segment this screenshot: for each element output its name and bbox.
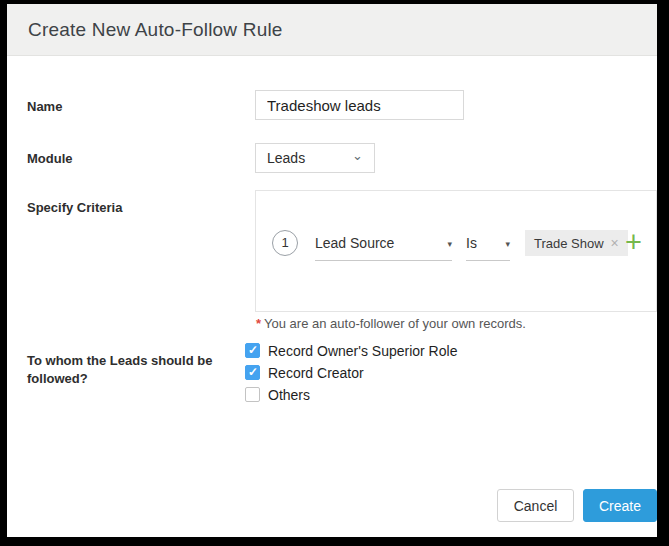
checkbox-label: Others <box>268 387 310 403</box>
criteria-row-number-badge: 1 <box>272 230 298 256</box>
criteria-value-chip[interactable]: Trade Show × <box>525 230 628 256</box>
module-select[interactable]: Leads ⌄ <box>255 143 375 173</box>
name-input[interactable] <box>255 90 464 120</box>
name-label: Name <box>27 99 62 114</box>
auto-follow-note: *You are an auto-follower of your own re… <box>256 316 526 331</box>
add-criteria-icon[interactable]: + <box>625 227 642 257</box>
criteria-field-dropdown[interactable]: Lead Source ▾ <box>315 235 452 261</box>
criteria-value-chip-label: Trade Show <box>534 236 604 251</box>
create-button[interactable]: Create <box>583 489 657 522</box>
follow-option-record-owners-superior-role[interactable]: Record Owner's Superior Role <box>245 343 457 358</box>
criteria-label: Specify Criteria <box>27 200 122 215</box>
checkbox-label: Record Owner's Superior Role <box>268 343 457 359</box>
caret-down-icon: ▾ <box>505 239 510 249</box>
follow-label: To whom the Leads should be followed? <box>27 352 247 388</box>
checkbox-label: Record Creator <box>268 365 364 381</box>
required-asterisk: * <box>256 316 261 331</box>
auto-follow-note-text: You are an auto-follower of your own rec… <box>264 316 526 331</box>
module-select-value: Leads <box>267 150 305 166</box>
create-auto-follow-rule-dialog: Create New Auto-Follow Rule Name Module … <box>7 4 657 537</box>
checkbox-record-creator[interactable] <box>245 365 260 380</box>
dialog-title: Create New Auto-Follow Rule <box>28 19 283 41</box>
follow-option-others[interactable]: Others <box>245 387 457 402</box>
cancel-button[interactable]: Cancel <box>497 489 574 522</box>
module-label: Module <box>27 151 73 166</box>
chevron-down-icon: ⌄ <box>352 151 363 161</box>
close-icon[interactable]: × <box>611 236 619 250</box>
criteria-operator-value: Is <box>466 235 477 251</box>
caret-down-icon: ▾ <box>447 239 452 249</box>
follow-options-group: Record Owner's Superior Role Record Crea… <box>245 343 457 409</box>
criteria-field-value: Lead Source <box>315 235 394 251</box>
follow-option-record-creator[interactable]: Record Creator <box>245 365 457 380</box>
checkbox-record-owners-superior-role[interactable] <box>245 343 260 358</box>
dialog-header: Create New Auto-Follow Rule <box>7 4 657 56</box>
criteria-panel: 1 Lead Source ▾ Is ▾ Trade Show × + <box>255 190 657 312</box>
criteria-operator-dropdown[interactable]: Is ▾ <box>466 235 510 261</box>
checkbox-others[interactable] <box>245 387 260 402</box>
